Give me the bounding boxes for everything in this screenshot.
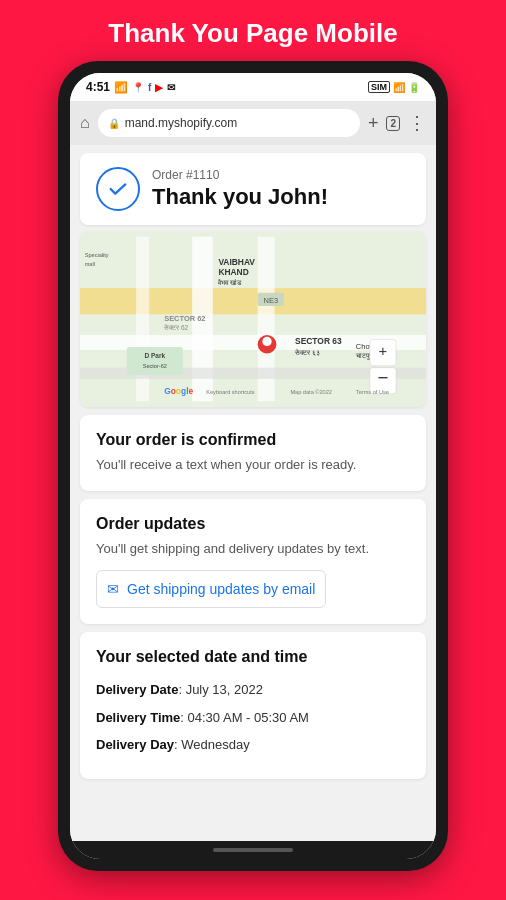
order-number: Order #1110: [152, 168, 328, 182]
status-bar: 4:51 📶 📍 f ▶ ✉ SIM 📶 🔋: [70, 73, 436, 101]
email-updates-button[interactable]: ✉ Get shipping updates by email: [96, 570, 326, 608]
svg-rect-13: [127, 347, 183, 375]
svg-text:−: −: [378, 367, 389, 388]
location-icon: 📍: [132, 82, 144, 93]
status-bar-left: 4:51 📶 📍 f ▶ ✉: [86, 80, 175, 94]
svg-text:सेक्टर 62: सेक्टर 62: [163, 323, 188, 331]
url-text: mand.myshopify.com: [125, 116, 237, 130]
email-icon: ✉: [107, 581, 119, 597]
delivery-time-value: 04:30 AM - 05:30 AM: [188, 710, 309, 725]
checkmark-icon: [107, 178, 129, 200]
svg-text:वैभव खांड: वैभव खांड: [217, 278, 242, 286]
datetime-title: Your selected date and time: [96, 648, 410, 666]
svg-text:Google: Google: [164, 386, 193, 396]
svg-rect-1: [80, 288, 426, 314]
delivery-date-row: Delivery Date: July 13, 2022: [96, 680, 410, 700]
new-tab-icon[interactable]: +: [368, 113, 379, 134]
phone-frame: 4:51 📶 📍 f ▶ ✉ SIM 📶 🔋 ⌂ 🔒 mand.myshopif…: [58, 61, 448, 871]
order-header-card: Order #1110 Thank you John!: [80, 153, 426, 225]
delivery-day-value: Wednesday: [181, 737, 249, 752]
delivery-day-row: Delivery Day: Wednesday: [96, 735, 410, 755]
bottom-bar: [70, 841, 436, 859]
signal-icon: 📶: [393, 82, 405, 93]
menu-icon[interactable]: ⋮: [408, 112, 426, 134]
delivery-date-label: Delivery Date: [96, 682, 178, 697]
scroll-content: Order #1110 Thank you John!: [70, 145, 436, 841]
delivery-time-label: Delivery Time: [96, 710, 180, 725]
youtube-icon: ▶: [155, 82, 163, 93]
order-confirmed-card: Your order is confirmed You'll receive a…: [80, 415, 426, 491]
browser-bar: ⌂ 🔒 mand.myshopify.com + 2 ⋮: [70, 101, 436, 145]
url-bar[interactable]: 🔒 mand.myshopify.com: [98, 109, 360, 137]
mail-icon-status: ✉: [167, 82, 175, 93]
svg-text:SECTOR 62: SECTOR 62: [164, 314, 205, 323]
svg-text:D Park: D Park: [144, 352, 165, 359]
svg-text:mall: mall: [85, 261, 95, 267]
svg-text:SECTOR 63: SECTOR 63: [295, 336, 342, 346]
svg-text:Keyboard shortcuts: Keyboard shortcuts: [206, 389, 255, 395]
order-updates-card: Order updates You'll get shipping and de…: [80, 499, 426, 625]
facebook-icon: f: [148, 82, 151, 93]
map-background: NE3 SECTOR 62 सेक्टर 62 SECTOR 63 सेक्टर…: [80, 231, 426, 407]
updates-text: You'll get shipping and delivery updates…: [96, 539, 410, 559]
svg-point-24: [262, 337, 271, 346]
delivery-time-row: Delivery Time: 04:30 AM - 05:30 AM: [96, 708, 410, 728]
page-title: Thank You Page Mobile: [108, 18, 397, 49]
lock-icon: 🔒: [108, 118, 120, 129]
svg-text:KHAND: KHAND: [218, 267, 248, 277]
checkmark-circle: [96, 167, 140, 211]
phone-inner: 4:51 📶 📍 f ▶ ✉ SIM 📶 🔋 ⌂ 🔒 mand.myshopif…: [70, 73, 436, 859]
sim-icon: SIM: [368, 81, 390, 93]
svg-text:VAIBHAV: VAIBHAV: [218, 257, 255, 267]
svg-text:सेक्टर ६३: सेक्टर ६३: [294, 348, 320, 356]
browser-actions: + 2 ⋮: [368, 112, 426, 134]
map-container: NE3 SECTOR 62 सेक्टर 62 SECTOR 63 सेक्टर…: [80, 231, 426, 407]
status-bar-right: SIM 📶 🔋: [368, 81, 420, 93]
thank-you-text: Thank you John!: [152, 184, 328, 210]
browser-home-icon[interactable]: ⌂: [80, 114, 90, 132]
svg-text:Sector-62: Sector-62: [143, 363, 167, 369]
status-time: 4:51: [86, 80, 110, 94]
delivery-day-label: Delivery Day: [96, 737, 174, 752]
home-indicator: [213, 848, 293, 852]
confirmed-text: You'll receive a text when your order is…: [96, 455, 410, 475]
order-info: Order #1110 Thank you John!: [152, 168, 328, 210]
delivery-date-value: July 13, 2022: [186, 682, 263, 697]
confirmed-title: Your order is confirmed: [96, 431, 410, 449]
svg-text:NE3: NE3: [264, 296, 279, 305]
svg-text:Speciality: Speciality: [85, 252, 109, 258]
svg-text:Terms of Use: Terms of Use: [356, 389, 389, 395]
wifi-icon: 📶: [114, 81, 128, 94]
svg-text:+: +: [379, 342, 388, 359]
updates-title: Order updates: [96, 515, 410, 533]
svg-text:Map data ©2022: Map data ©2022: [290, 389, 332, 395]
battery-icon: 🔋: [408, 82, 420, 93]
map-svg: NE3 SECTOR 62 सेक्टर 62 SECTOR 63 सेक्टर…: [80, 231, 426, 407]
email-btn-label: Get shipping updates by email: [127, 581, 315, 597]
tab-count[interactable]: 2: [386, 116, 400, 131]
selected-datetime-card: Your selected date and time Delivery Dat…: [80, 632, 426, 779]
